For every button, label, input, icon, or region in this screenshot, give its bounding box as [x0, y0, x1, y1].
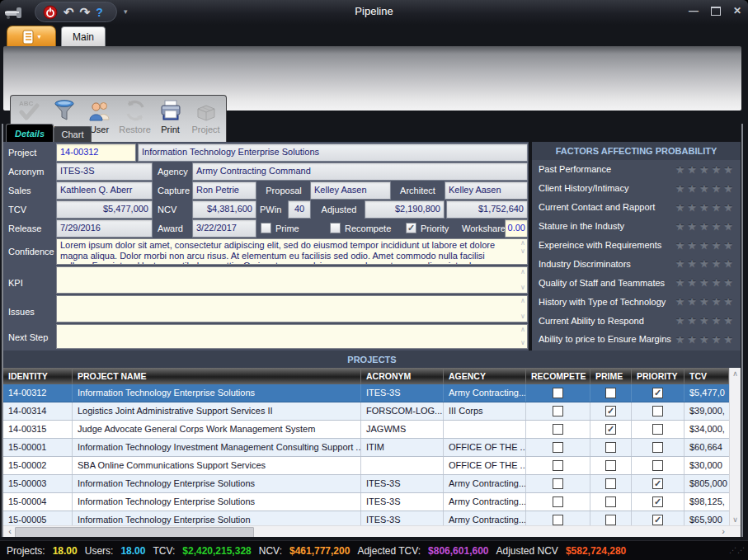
- priority-checkbox[interactable]: ✓: [406, 223, 416, 233]
- close-button[interactable]: ✕: [733, 6, 741, 16]
- prime-checkbox[interactable]: [605, 496, 616, 507]
- priority-checkbox[interactable]: [652, 406, 663, 416]
- release-field[interactable]: 7/29/2016: [56, 219, 153, 238]
- next-step-scroll-up-icon[interactable]: ∧: [518, 326, 528, 334]
- cell-identity[interactable]: 15-00004: [3, 493, 73, 511]
- prime-checkbox[interactable]: [605, 515, 616, 525]
- table-row[interactable]: 15-00004Information Technology Enterpris…: [3, 493, 729, 511]
- acronym-field[interactable]: ITES-3S: [56, 162, 153, 181]
- sales-field[interactable]: Kathleen Q. Aberr: [56, 181, 153, 200]
- issues-scroll-down-icon[interactable]: ∨: [518, 313, 528, 321]
- cell-acronym[interactable]: [361, 457, 444, 474]
- star-rating[interactable]: ★★★★★: [675, 314, 736, 327]
- cell-acronym[interactable]: JAGWMS: [361, 421, 444, 438]
- project-name-field[interactable]: Information Technology Enterprise Soluti…: [138, 144, 528, 162]
- cell-identity[interactable]: 15-00002: [3, 457, 73, 474]
- column-header-project-name[interactable]: PROJECT NAME: [73, 368, 361, 384]
- column-header-identity[interactable]: IDENTITY: [3, 368, 73, 384]
- cell-tcv[interactable]: $98,125,: [684, 493, 729, 511]
- minimize-button[interactable]: —: [689, 6, 699, 16]
- recompete-checkbox[interactable]: [553, 388, 563, 398]
- award-field[interactable]: 3/22/2017: [192, 219, 256, 238]
- cell-tcv[interactable]: $60,664: [684, 439, 729, 456]
- tcv-field[interactable]: $5,477,000: [56, 200, 153, 219]
- prime-checkbox[interactable]: ✓: [605, 406, 616, 416]
- cell-project-name[interactable]: Logistics Joint Administrative Support S…: [73, 402, 361, 420]
- cell-agency[interactable]: Army Contracting...: [444, 384, 526, 402]
- cell-agency[interactable]: Army Contracting...: [444, 493, 526, 511]
- table-row[interactable]: 15-00003Information Technology Enterpris…: [3, 475, 729, 493]
- cell-acronym[interactable]: FORSCOM-LOG...: [361, 402, 444, 420]
- star-rating[interactable]: ★★★★★: [675, 163, 736, 176]
- next-step-textarea[interactable]: [56, 324, 528, 349]
- priority-checkbox[interactable]: ✓: [652, 515, 663, 525]
- project-id-field[interactable]: 14-00312: [56, 144, 136, 162]
- scroll-up-icon[interactable]: ∧: [730, 369, 741, 378]
- tab-details[interactable]: Details: [6, 124, 54, 142]
- table-row[interactable]: 15-00001Information Technology Investmen…: [3, 439, 729, 457]
- cell-acronym[interactable]: ITES-3S: [361, 493, 444, 511]
- cell-acronym[interactable]: ITES-3S: [361, 475, 444, 492]
- recompete-checkbox[interactable]: [553, 515, 563, 525]
- table-row[interactable]: 15-00002SBA Online Communications Suppor…: [3, 457, 729, 475]
- architect-field[interactable]: Kelley Aasen: [445, 181, 528, 200]
- cell-identity[interactable]: 14-00314: [3, 402, 73, 420]
- prime-checkbox[interactable]: [605, 442, 616, 453]
- star-rating[interactable]: ★★★★★: [675, 276, 736, 289]
- scroll-down-icon[interactable]: ∨: [730, 515, 741, 524]
- vertical-scrollbar[interactable]: ∧ ∨: [729, 368, 741, 525]
- cell-acronym[interactable]: ITES-3S: [361, 511, 444, 525]
- cell-identity[interactable]: 15-00003: [3, 475, 73, 492]
- table-row[interactable]: 14-00312Information Technology Enterpris…: [3, 384, 729, 402]
- prime-checkbox[interactable]: ✓: [605, 424, 616, 435]
- pwin-field[interactable]: 40: [288, 200, 311, 219]
- column-header-priority[interactable]: PRIORITY: [632, 368, 684, 384]
- print-button[interactable]: Print: [153, 96, 188, 145]
- adjusted-ncv-field[interactable]: $1,752,640: [446, 200, 528, 219]
- cell-identity[interactable]: 14-00312: [3, 384, 73, 402]
- adjusted-tcv-field[interactable]: $2,190,800: [365, 200, 445, 219]
- cell-project-name[interactable]: Information Technology Investment Manage…: [73, 439, 361, 456]
- cell-project-name[interactable]: Information Technology Enterprise Soluti…: [73, 511, 361, 525]
- column-header-agency[interactable]: AGENCY: [444, 368, 526, 384]
- cell-tcv[interactable]: $5,477,0: [684, 384, 729, 402]
- cell-project-name[interactable]: Judge Advocate General Corps Work Manage…: [73, 421, 361, 438]
- confidence-textarea[interactable]: Lorem ipsum dolor sit amet, consectetur …: [56, 238, 528, 265]
- agency-field[interactable]: Army Contracting Command: [192, 162, 528, 181]
- star-rating[interactable]: ★★★★★: [675, 182, 736, 195]
- cell-project-name[interactable]: Information Technology Enterprise Soluti…: [73, 384, 361, 402]
- cell-tcv[interactable]: $34,000,: [684, 421, 729, 438]
- kpi-scroll-up-icon[interactable]: ∧: [518, 268, 528, 276]
- star-rating[interactable]: ★★★★★: [675, 239, 736, 252]
- horizontal-scrollbar[interactable]: ‹ ›: [3, 525, 741, 537]
- star-rating[interactable]: ★★★★★: [675, 220, 736, 233]
- recompete-checkbox[interactable]: [553, 460, 563, 471]
- table-row[interactable]: 14-00314Logistics Joint Administrative S…: [3, 402, 729, 421]
- recompete-checkbox[interactable]: [553, 442, 563, 453]
- kpi-scroll-down-icon[interactable]: ∨: [518, 284, 528, 292]
- scroll-left-icon[interactable]: ‹: [4, 526, 16, 537]
- cell-agency[interactable]: [444, 421, 526, 438]
- star-rating[interactable]: ★★★★★: [675, 201, 736, 214]
- capture-field[interactable]: Ron Petrie: [192, 181, 256, 200]
- kpi-textarea[interactable]: [56, 266, 528, 294]
- proposal-field[interactable]: Kelley Aasen: [310, 181, 391, 200]
- scroll-right-icon[interactable]: ›: [717, 526, 729, 537]
- cell-agency[interactable]: Army Contracting...: [444, 511, 526, 525]
- maximize-button[interactable]: [711, 7, 721, 16]
- prime-checkbox[interactable]: [261, 223, 271, 233]
- ncv-field[interactable]: $4,381,600: [192, 200, 256, 219]
- confidence-scroll-down-icon[interactable]: ∨: [518, 247, 528, 256]
- cell-identity[interactable]: 15-00001: [3, 439, 73, 456]
- next-step-scroll-down-icon[interactable]: ∨: [518, 339, 528, 347]
- priority-checkbox[interactable]: [652, 424, 663, 435]
- issues-scroll-up-icon[interactable]: ∧: [518, 297, 528, 305]
- star-rating[interactable]: ★★★★★: [675, 257, 736, 270]
- issues-textarea[interactable]: [56, 295, 528, 322]
- cell-tcv[interactable]: $65,900: [684, 511, 729, 525]
- confidence-scroll-up-icon[interactable]: ∧: [518, 239, 528, 247]
- recompete-checkbox[interactable]: [553, 424, 563, 435]
- cell-project-name[interactable]: SBA Online Communications Support Servic…: [73, 457, 361, 474]
- recompete-checkbox[interactable]: [553, 496, 563, 507]
- workshare-field[interactable]: 0.00: [505, 219, 528, 238]
